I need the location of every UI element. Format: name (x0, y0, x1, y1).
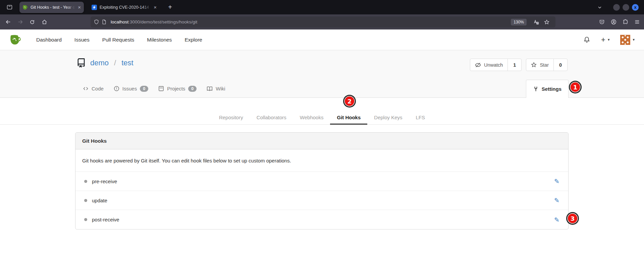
projects-count-badge: 0 (188, 86, 197, 92)
subnav-collaborators[interactable]: Collaborators (250, 110, 293, 124)
user-menu-dropdown[interactable]: ▾ (620, 35, 635, 45)
avatar (620, 35, 630, 45)
subnav-git-hooks[interactable]: Git Hooks (330, 110, 367, 124)
tab-title: Exploiting CVE-2020-1414 (100, 5, 151, 10)
git-hooks-panel: Git Hooks Git hooks are powered by Git i… (75, 132, 569, 229)
edit-pencil-icon[interactable]: ✎ (554, 197, 559, 204)
eye-slash-icon (475, 62, 481, 68)
translate-icon[interactable] (531, 17, 541, 27)
repo-book-icon (76, 58, 86, 68)
panel-description: Git hooks are powered by Git itself. You… (75, 149, 568, 172)
watch-count[interactable]: 1 (507, 59, 521, 71)
unwatch-button[interactable]: Unwatch (470, 59, 507, 71)
repo-name-link[interactable]: test (121, 59, 133, 67)
maximize-button[interactable] (623, 4, 629, 11)
back-icon[interactable] (3, 17, 13, 27)
tab-title: Git Hooks - test - Year of t (31, 5, 75, 10)
tab-wiki-label: Wiki (216, 86, 225, 91)
tab-wiki[interactable]: Wiki (202, 80, 230, 97)
browser-tab-inactive[interactable]: Exploiting CVE-2020-1414 × (89, 2, 160, 13)
toolbar-right-icons (599, 14, 640, 29)
pocket-icon[interactable] (599, 19, 605, 25)
minimize-button[interactable] (613, 4, 620, 11)
issues-count-badge: 0 (140, 86, 148, 92)
settings-subnav: Repository Collaborators Webhooks Git Ho… (0, 98, 644, 125)
screen: Git Hooks - test - Year of t × Exploitin… (0, 0, 644, 272)
reload-icon[interactable] (27, 17, 38, 27)
project-board-icon (158, 86, 164, 91)
repo-tabs-spacer (230, 80, 526, 97)
forward-icon[interactable] (15, 17, 25, 27)
window-close-button[interactable]: x (632, 4, 639, 11)
list-tabs-chevron-icon[interactable] (595, 3, 604, 12)
nav-item-pull-requests[interactable]: Pull Requests (96, 37, 141, 43)
star-button[interactable]: Star (526, 59, 553, 71)
extensions-puzzle-icon[interactable] (623, 19, 628, 25)
watch-button-group: Unwatch 1 (470, 59, 522, 71)
hook-status-dot (84, 218, 87, 221)
annotation-marker-3: 3 (567, 213, 578, 224)
gitea-favicon (22, 5, 28, 10)
tab-issues[interactable]: Issues 0 (109, 80, 153, 97)
plus-icon: + (601, 36, 605, 44)
star-button-group: Star 0 (526, 59, 568, 71)
nav-item-explore[interactable]: Explore (178, 37, 209, 43)
tab-close-icon[interactable]: × (154, 5, 157, 10)
url-text[interactable]: localhost:3000/demo/test/settings/hooks/… (111, 19, 197, 24)
url-host: localhost (111, 19, 128, 24)
issue-icon (114, 86, 119, 91)
star-icon (531, 62, 537, 68)
hook-name: post-receive (92, 217, 119, 222)
notifications-bell-icon[interactable] (583, 36, 590, 43)
star-label: Star (540, 62, 549, 68)
edit-pencil-icon[interactable]: ✎ (554, 178, 559, 185)
repo-path-separator: / (114, 59, 116, 67)
hook-name: update (92, 198, 107, 203)
tab-projects-label: Projects (167, 86, 185, 91)
hook-status-dot (84, 199, 87, 202)
tab-code[interactable]: Code (78, 80, 109, 97)
page-info-icon[interactable] (102, 19, 106, 24)
nav-item-dashboard[interactable]: Dashboard (30, 37, 68, 43)
account-icon[interactable] (611, 19, 616, 25)
shield-icon[interactable] (94, 19, 99, 24)
tab-close-icon[interactable]: × (78, 5, 81, 10)
wiki-book-icon (207, 86, 213, 92)
gitea-nav-right: + ▾ ▾ (583, 29, 635, 50)
star-count[interactable]: 0 (553, 59, 567, 71)
nav-item-issues[interactable]: Issues (68, 37, 96, 43)
firefox-view-icon[interactable] (4, 2, 15, 13)
edit-pencil-icon[interactable]: ✎ (554, 216, 559, 223)
subnav-repository[interactable]: Repository (212, 110, 250, 124)
bookmark-star-icon[interactable] (541, 17, 552, 27)
subnav-lfs[interactable]: LFS (409, 110, 432, 124)
gitea-logo[interactable] (9, 34, 21, 46)
url-path: :3000/demo/test/settings/hooks/git (128, 19, 197, 24)
create-new-dropdown[interactable]: + ▾ (601, 36, 609, 44)
new-tab-button[interactable]: + (165, 2, 175, 12)
subnav-deploy-keys[interactable]: Deploy Keys (367, 110, 409, 124)
panel-title: Git Hooks (75, 133, 568, 149)
subnav-webhooks[interactable]: Webhooks (293, 110, 330, 124)
window-controls: x (613, 4, 639, 11)
browser-tab-bar: Git Hooks - test - Year of t × Exploitin… (0, 0, 644, 14)
nav-buttons (3, 14, 50, 29)
tab-code-label: Code (92, 86, 104, 91)
repo-title: demo / test (76, 58, 133, 68)
chevron-down-icon: ▾ (608, 38, 610, 42)
home-icon[interactable] (39, 17, 50, 27)
repo-owner-link[interactable]: demo (90, 59, 109, 67)
menu-hamburger-icon[interactable] (634, 19, 640, 25)
nav-item-milestones[interactable]: Milestones (141, 37, 178, 43)
tab-settings[interactable]: Settings (526, 80, 569, 98)
repo-actions: Unwatch 1 Star 0 (470, 59, 568, 71)
browser-tab-active[interactable]: Git Hooks - test - Year of t × (19, 2, 84, 13)
annotation-marker-2: 2 (344, 96, 355, 107)
tab-settings-label: Settings (542, 86, 561, 92)
zoom-level-badge[interactable]: 130% (511, 19, 527, 25)
annotation-marker-1: 1 (570, 82, 581, 92)
url-bar[interactable]: localhost:3000/demo/test/settings/hooks/… (91, 16, 555, 27)
tab-projects[interactable]: Projects 0 (153, 80, 202, 97)
browser-toolbar: localhost:3000/demo/test/settings/hooks/… (0, 14, 644, 29)
gitea-nav-links: Dashboard Issues Pull Requests Milestone… (30, 29, 209, 50)
